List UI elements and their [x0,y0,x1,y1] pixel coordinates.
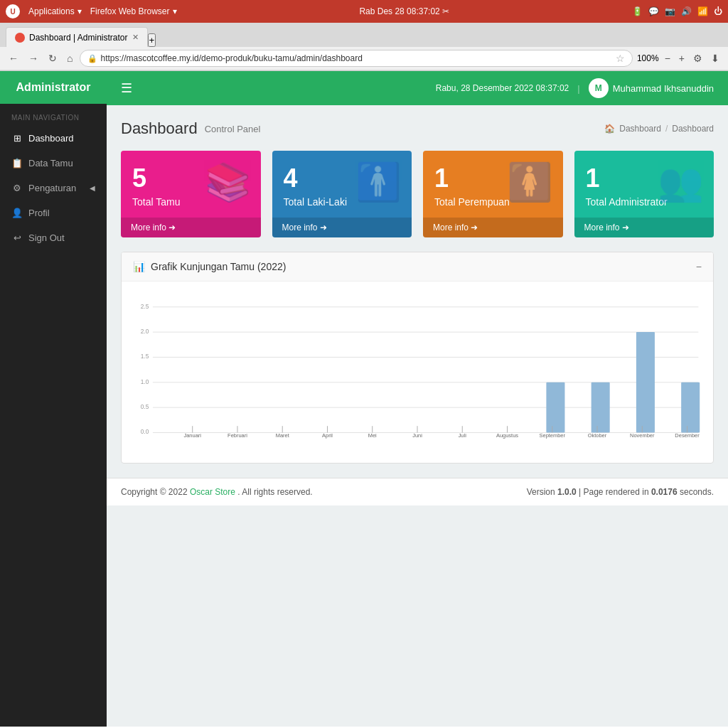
svg-text:2.0: 2.0 [141,328,149,335]
stat-footer-tamu[interactable]: More info ➜ [121,218,261,237]
tab-title: Dashboard | Administrator [29,33,128,43]
os-logo[interactable]: U [6,4,20,18]
chart-minimize-button[interactable]: − [696,261,702,272]
browser-label: Firefox Web Browser [90,6,170,16]
dashboard-icon: ⊞ [11,133,23,144]
page-header: Dashboard Control Panel 🏠 Dashboard / Da… [121,119,714,138]
sidebar-item-dashboard[interactable]: ⊞ Dashboard [0,126,107,151]
power-icon[interactable]: ⏻ [714,6,722,16]
stat-footer-perempuan[interactable]: More info ➜ [423,218,563,237]
user-avatar: M [589,78,609,98]
settings-button[interactable]: ⚙ [690,51,705,65]
chart-body: 0.0 0.5 1.0 1.5 2.0 2.5 [122,282,713,463]
sidebar: Administrator MAIN NAVIGATION ⊞ Dashboar… [0,71,107,727]
stat-card-tamu: 5 Total Tamu 📚 More info ➜ [121,151,261,237]
stat-icon-tamu: 📚 [205,161,251,204]
home-button[interactable]: ⌂ [64,51,75,65]
browser-controls: 100% − + ⚙ ⬇ [637,51,722,65]
zoom-out-button[interactable]: − [662,51,673,65]
tab-close-button[interactable]: ✕ [132,33,139,42]
address-bar[interactable]: 🔒 https://mascotcoffee.my.id/demo-produk… [80,50,632,67]
browser-tabs-bar: Dashboard | Administrator ✕ + [0,23,728,47]
pengaturan-icon: ⚙ [11,183,23,193]
download-button[interactable]: ⬇ [708,51,722,65]
svg-rect-37 [681,382,700,433]
stat-cards: 5 Total Tamu 📚 More info ➜ 4 Total Laki-… [121,151,714,237]
svg-text:September: September [540,432,566,439]
page-subtitle: Control Panel [205,124,261,134]
footer-rights: . All rights reserved. [237,487,312,497]
stat-footer-admin[interactable]: More info ➜ [574,218,714,237]
os-apps-menu[interactable]: Applications ▾ [28,6,82,16]
svg-text:1.5: 1.5 [141,353,149,360]
svg-text:0.0: 0.0 [141,428,149,435]
sidebar-item-profil[interactable]: 👤 Profil [0,200,107,225]
browser-chrome: Dashboard | Administrator ✕ + ← → ↻ ⌂ 🔒 … [0,23,728,71]
svg-text:Januari: Januari [184,432,202,439]
breadcrumb-item-2[interactable]: Dashboard [672,124,714,134]
apps-label: Applications [28,6,75,16]
new-tab-button[interactable]: + [148,33,156,47]
sidebar-label-dashboard: Dashboard [28,133,74,144]
footer-render-time: 0.0176 [651,487,678,497]
svg-text:2.5: 2.5 [141,303,149,310]
svg-text:0.5: 0.5 [141,403,149,410]
sound-icon[interactable]: 🔊 [681,6,692,16]
os-datetime: Rab Des 28 08:37:02 ✂ [177,6,632,16]
topbar-datetime: Rabu, 28 Desember 2022 08:37:02 [436,83,569,93]
screenshot-icon[interactable]: 📷 [665,6,675,16]
reload-button[interactable]: ↻ [46,51,60,65]
zoom-level: 100% [637,53,659,63]
content-area: Dashboard Control Panel 🏠 Dashboard / Da… [107,105,728,478]
profil-icon: 👤 [11,208,23,218]
svg-text:November: November [630,432,655,439]
breadcrumb-sep: / [665,124,668,134]
breadcrumb-item-1[interactable]: Dashboard [619,124,661,134]
svg-rect-28 [546,382,564,433]
svg-text:April: April [322,432,333,439]
stat-icon-admin: 👥 [658,161,704,204]
back-button[interactable]: ← [6,51,21,65]
topbar-right: Rabu, 28 Desember 2022 08:37:02 | M Muha… [436,78,714,98]
svg-text:Desember: Desember [675,432,700,439]
sidebar-label-data-tamu: Data Tamu [28,158,73,168]
forward-button[interactable]: → [26,51,41,65]
chart-title: 📊 Grafik Kunjungan Tamu (2022) [133,261,286,272]
breadcrumb-home-icon: 🏠 [604,124,615,134]
bookmark-star-icon[interactable]: ☆ [616,53,625,64]
svg-rect-34 [636,332,655,432]
sidebar-item-sign-out[interactable]: ↩ Sign Out [0,225,107,250]
footer-link[interactable]: Oscar Store [190,487,235,497]
sidebar-item-pengaturan[interactable]: ⚙ Pengaturan ◀ [0,176,107,200]
sidebar-toggle-button[interactable]: ☰ [121,80,132,96]
sidebar-item-data-tamu[interactable]: 📋 Data Tamu [0,151,107,176]
apps-chevron-icon: ▾ [77,6,82,16]
app-container: Administrator MAIN NAVIGATION ⊞ Dashboar… [0,71,728,727]
os-browser-menu[interactable]: Firefox Web Browser ▾ [90,6,177,16]
svg-text:Oktober: Oktober [588,432,607,439]
main-content: ☰ Rabu, 28 Desember 2022 08:37:02 | M Mu… [107,71,728,727]
os-system-tray: 🔋 💬 📷 🔊 📶 ⏻ [632,6,722,16]
svg-text:Juni: Juni [412,432,422,439]
page-title: Dashboard [121,119,198,138]
chart-header: 📊 Grafik Kunjungan Tamu (2022) − [122,252,713,282]
tab-favicon [15,33,25,43]
svg-text:1.0: 1.0 [141,378,149,385]
browser-nav-bar: ← → ↻ ⌂ 🔒 https://mascotcoffee.my.id/dem… [0,47,728,70]
bar-chart: 0.0 0.5 1.0 1.5 2.0 2.5 [133,293,702,449]
battery-icon[interactable]: 🔋 [632,6,643,16]
ssl-lock-icon: 🔒 [87,54,97,63]
os-topbar: U Applications ▾ Firefox Web Browser ▾ R… [0,0,728,23]
stat-icon-laki: 🚹 [355,161,402,204]
footer-left: Copyright © 2022 Oscar Store . All right… [121,487,313,497]
browser-tab-active[interactable]: Dashboard | Administrator ✕ [6,27,148,47]
wifi-icon[interactable]: 📶 [697,6,708,16]
zoom-in-button[interactable]: + [676,51,687,65]
chart-section: 📊 Grafik Kunjungan Tamu (2022) − 0.0 0.5… [121,252,714,464]
footer-copyright: Copyright © 2022 [121,487,188,497]
stat-footer-laki[interactable]: More info ➜ [272,218,412,237]
page-footer: Copyright © 2022 Oscar Store . All right… [107,478,728,505]
chat-icon[interactable]: 💬 [648,6,659,16]
topbar-user-menu[interactable]: M Muhammad Ikhsanuddin [589,78,714,98]
url-text: https://mascotcoffee.my.id/demo-produk/b… [100,53,615,63]
